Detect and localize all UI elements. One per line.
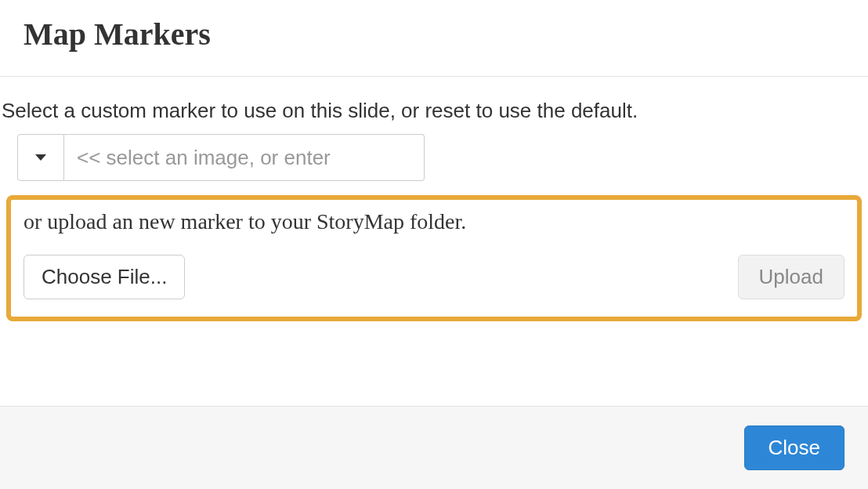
marker-select-row [17,134,844,181]
marker-dropdown-toggle[interactable] [17,134,64,181]
select-instruction-text: Select a custom marker to use on this sl… [2,99,844,123]
dialog-header: Map Markers [0,0,868,76]
dialog-title: Map Markers [24,16,844,53]
marker-select-input[interactable] [64,134,425,181]
dialog-footer: Close [0,406,868,489]
dialog-body: Select a custom marker to use on this sl… [0,77,868,337]
caret-down-icon [35,154,46,161]
upload-instruction-text: or upload an new marker to your StoryMap… [24,209,844,234]
upload-button[interactable]: Upload [738,255,844,299]
upload-controls-row: Choose File... Upload [24,255,844,299]
choose-file-button[interactable]: Choose File... [24,255,185,299]
upload-section-highlight: or upload an new marker to your StoryMap… [6,195,862,321]
close-button[interactable]: Close [744,426,844,470]
